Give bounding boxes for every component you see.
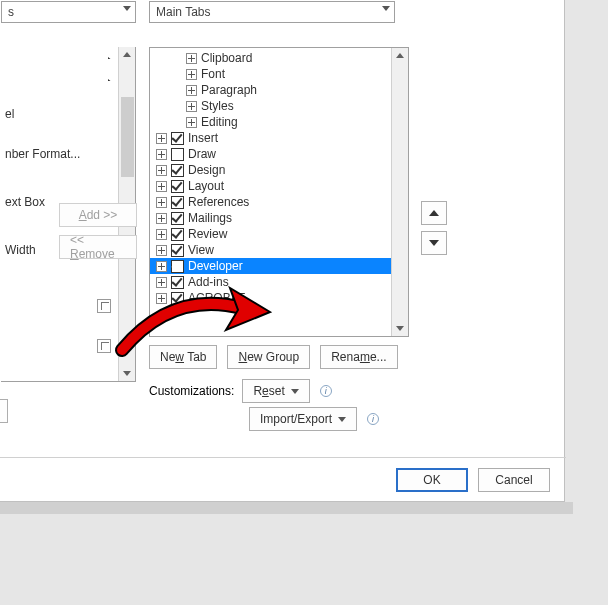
checkbox[interactable] [171,244,184,257]
submenu-arrow-icon [108,79,113,81]
tree-item[interactable]: View [150,242,408,258]
expand-icon[interactable] [156,293,167,304]
tree-item[interactable]: References [150,194,408,210]
new-tab-button[interactable]: New TabNew Tab [149,345,217,369]
tree-item[interactable]: ACROBAT [150,290,408,306]
cancel-button[interactable]: Cancel [478,468,550,492]
tree-item[interactable]: Paragraph [150,82,408,98]
checkbox[interactable] [171,164,184,177]
ribbon-tree[interactable]: ClipboardFontParagraphStylesEditingInser… [149,47,409,337]
spacing-icon [97,299,111,313]
rename-button[interactable]: Rename...Rename... [320,345,397,369]
expand-icon[interactable] [156,181,167,192]
expand-icon[interactable] [156,277,167,288]
checkbox[interactable] [171,212,184,225]
checkbox[interactable] [171,260,184,273]
expand-icon[interactable] [186,117,197,128]
tree-item[interactable]: Developer [150,258,408,274]
scrollbar[interactable] [391,48,408,336]
scroll-down-icon[interactable] [396,326,404,331]
tree-item[interactable]: Font [150,66,408,82]
tree-item[interactable]: Review [150,226,408,242]
add-button[interactable]: AAdd >>dd >> [59,203,137,227]
expand-icon[interactable] [186,53,197,64]
expand-icon[interactable] [156,213,167,224]
tree-item[interactable]: Clipboard [150,50,408,66]
scroll-thumb[interactable] [121,97,134,177]
expand-icon[interactable] [156,149,167,160]
checkbox[interactable] [171,196,184,209]
scroll-up-icon[interactable] [123,52,131,57]
expand-icon[interactable] [156,197,167,208]
expand-icon[interactable] [186,69,197,80]
expand-icon[interactable] [156,229,167,240]
customizations-label: Customizations: [149,384,234,398]
tree-item[interactable]: Design [150,162,408,178]
scroll-up-icon[interactable] [396,53,404,58]
list-item[interactable] [1,47,135,59]
import-export-dropdown[interactable]: Import/ExportImport/Export [249,407,357,431]
chevron-down-icon [338,417,346,422]
spacing-icon [97,339,111,353]
list-item[interactable] [1,69,135,81]
checkbox[interactable] [171,292,184,305]
tree-item[interactable]: Draw [150,146,408,162]
checkbox[interactable] [171,132,184,145]
expand-icon[interactable] [156,165,167,176]
remove-button[interactable]: << Remove [59,235,137,259]
dialog-footer: OK Cancel [0,457,566,501]
options-dialog: from: i s el nber Format... ext Box Widt… [0,0,565,502]
expand-icon[interactable] [156,245,167,256]
submenu-arrow-icon [108,57,113,59]
list-item[interactable]: nber Format... [1,141,135,167]
tree-item[interactable]: Layout [150,178,408,194]
ribbon-scope-value: Main Tabs [156,5,210,19]
expand-icon[interactable] [156,261,167,272]
move-down-button[interactable] [421,231,447,255]
ok-button[interactable]: OK [396,468,468,492]
list-item[interactable]: el [1,101,135,127]
expand-icon[interactable] [186,85,197,96]
arrow-up-icon [429,210,439,216]
info-icon[interactable]: i [367,413,379,425]
new-group-button[interactable]: New GroupNew Group [227,345,310,369]
ribbon-scope-dropdown[interactable]: Main Tabs [149,1,395,23]
checkbox[interactable] [171,276,184,289]
expand-icon[interactable] [156,133,167,144]
choose-commands-value: s [8,5,14,19]
arrow-down-icon [429,240,439,246]
tree-item[interactable]: Add-ins [150,274,408,290]
chevron-down-icon [123,6,131,11]
expand-icon[interactable] [186,101,197,112]
choose-commands-dropdown[interactable]: s [1,1,136,23]
info-icon[interactable]: i [320,385,332,397]
tree-item[interactable]: Mailings [150,210,408,226]
reset-dropdown[interactable]: ResetReset [242,379,309,403]
scroll-down-icon[interactable] [123,371,131,376]
chevron-down-icon [291,389,299,394]
tree-item[interactable]: Editing [150,114,408,130]
checkbox[interactable] [171,148,184,161]
checkbox[interactable] [171,228,184,241]
move-up-button[interactable] [421,201,447,225]
tree-item[interactable]: Styles [150,98,408,114]
checkbox[interactable] [171,180,184,193]
chevron-down-icon [382,6,390,11]
customize-button[interactable]: Customize... [0,399,8,423]
tree-item[interactable]: Insert [150,130,408,146]
